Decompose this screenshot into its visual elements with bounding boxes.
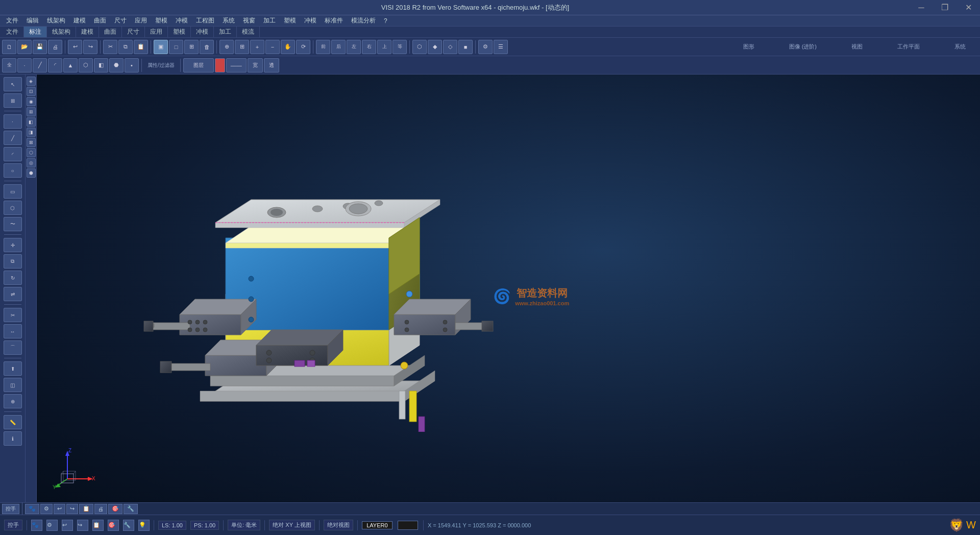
mirror-tool-button[interactable]: ⇌	[4, 287, 22, 301]
icon-btn4[interactable]: ↪	[66, 504, 78, 514]
sidebar2-btn8[interactable]: ⬡	[27, 148, 36, 157]
tab-file[interactable]: 文件	[1, 27, 24, 37]
print-button[interactable]: 🖨	[48, 40, 62, 54]
sidebar2-btn10[interactable]: ⬢	[27, 168, 36, 178]
menu-build[interactable]: 建模	[69, 15, 90, 26]
tab-machining[interactable]: 加工	[214, 27, 237, 37]
status-icon5[interactable]: 📋	[92, 520, 104, 531]
redo-button[interactable]: ↪	[83, 40, 97, 54]
status-icon8[interactable]: 💡	[138, 520, 150, 531]
close-button[interactable]: ✕	[957, 0, 980, 15]
move-tool-button[interactable]: ✛	[4, 238, 22, 252]
shaded-button[interactable]: ◆	[428, 40, 442, 54]
measure-tool-button[interactable]: 📏	[4, 415, 22, 429]
rectangle-tool-button[interactable]: ▭	[4, 184, 22, 199]
top-view-button[interactable]: 上	[377, 40, 391, 54]
select-all-button[interactable]: ▣	[154, 40, 168, 54]
info-tool-button[interactable]: ℹ	[4, 431, 22, 446]
menu-file[interactable]: 文件	[2, 15, 22, 26]
tab-build[interactable]: 建模	[76, 27, 99, 37]
status-icon2[interactable]: ⚙	[46, 520, 58, 531]
menu-mold[interactable]: 塑模	[151, 15, 172, 26]
tab-wireframe[interactable]: 线架构	[47, 27, 76, 37]
zoom-out-button[interactable]: −	[265, 40, 280, 54]
hidden-line-button[interactable]: ◇	[443, 40, 457, 54]
status-icon1[interactable]: 🐾	[31, 520, 42, 531]
boolean-tool-button[interactable]: ⊕	[4, 394, 22, 408]
sidebar2-btn7[interactable]: ⊠	[27, 138, 36, 147]
status-abs-view[interactable]: 绝对视图	[324, 520, 353, 530]
window-select-button[interactable]: ⊞	[4, 93, 22, 108]
cut-button[interactable]: ✂	[103, 40, 117, 54]
copy-button[interactable]: ⧉	[118, 40, 133, 54]
extend-tool-button[interactable]: ↔	[4, 324, 22, 338]
rotate-view-button[interactable]: ⟳	[296, 40, 310, 54]
right-view-button[interactable]: 右	[362, 40, 376, 54]
fillet-tool-button[interactable]: ⌒	[4, 341, 22, 355]
line-tool-button[interactable]: ╱	[4, 131, 22, 145]
viewport[interactable]: 🌀 智造资料网 www.zhizao001.com Z X Y	[37, 75, 980, 515]
menu-wireframe[interactable]: 线架构	[43, 15, 69, 26]
sidebar2-btn2[interactable]: ⊡	[27, 87, 36, 96]
menu-punch[interactable]: 冲模	[172, 15, 192, 26]
copy-tool-button[interactable]: ⧉	[4, 254, 22, 269]
tab-mold[interactable]: 塑模	[168, 27, 191, 37]
filter-all-button[interactable]: 全	[2, 58, 16, 72]
polygon-tool-button[interactable]: ⬡	[4, 201, 22, 215]
menu-surface[interactable]: 曲面	[90, 15, 110, 26]
solid-button[interactable]: ■	[458, 40, 473, 54]
spline-tool-button[interactable]: 〜	[4, 217, 22, 231]
transparency-button[interactable]: 透	[264, 58, 279, 72]
icon-btn6[interactable]: 🖨	[94, 504, 107, 514]
menu-mold2[interactable]: 塑模	[280, 15, 300, 26]
filter-arc-button[interactable]: ◜	[48, 58, 62, 72]
delete-button[interactable]: 🗑	[200, 40, 214, 54]
tab-apply[interactable]: 应用	[145, 27, 168, 37]
pan-button[interactable]: ✋	[281, 40, 295, 54]
shell-tool-button[interactable]: ◫	[4, 378, 22, 392]
circle-tool-button[interactable]: ○	[4, 163, 22, 178]
linewidth-button[interactable]: 宽	[248, 58, 263, 72]
filter-vertex-button[interactable]: •	[125, 58, 139, 72]
point-tool-button[interactable]: ·	[4, 114, 22, 129]
linetype-button[interactable]: ——	[226, 58, 247, 72]
zoom-in-button[interactable]: +	[250, 40, 264, 54]
tab-annotate[interactable]: 标注	[24, 27, 47, 37]
color-button[interactable]	[215, 58, 225, 72]
menu-system[interactable]: 系统	[218, 15, 239, 26]
iso-view-button[interactable]: 等	[393, 40, 407, 54]
status-icon3[interactable]: ↩	[62, 520, 73, 531]
filter-line-button[interactable]: ╱	[33, 58, 47, 72]
menu-punch2[interactable]: 冲模	[300, 15, 321, 26]
filter-face-button[interactable]: ◧	[94, 58, 108, 72]
new-button[interactable]: 🗋	[2, 40, 16, 54]
undo-button[interactable]: ↩	[68, 40, 82, 54]
open-button[interactable]: 📂	[17, 40, 32, 54]
menu-edit[interactable]: 编辑	[22, 15, 43, 26]
sidebar2-btn3[interactable]: ◉	[27, 97, 36, 106]
status-view-label[interactable]: 绝对 XY 上视图	[269, 520, 315, 530]
icon-btn5[interactable]: 📋	[79, 504, 93, 514]
settings-button[interactable]: ⚙	[478, 40, 493, 54]
restore-button[interactable]: ❐	[933, 0, 957, 15]
filter-solid-button[interactable]: ▲	[63, 58, 78, 72]
arc-tool-button[interactable]: ◜	[4, 147, 22, 161]
icon-btn8[interactable]: 🔧	[124, 504, 138, 514]
paste-button[interactable]: 📋	[134, 40, 148, 54]
filter-edge-button[interactable]: ⬣	[109, 58, 124, 72]
menu-help[interactable]: ?	[380, 16, 391, 26]
icon-btn2[interactable]: ⚙	[40, 504, 53, 514]
bottom-btn1[interactable]: 控手	[2, 504, 19, 514]
icon-btn3[interactable]: ↩	[54, 504, 65, 514]
left-view-button[interactable]: 左	[347, 40, 361, 54]
minimize-button[interactable]: ─	[910, 0, 933, 15]
status-color-swatch[interactable]	[398, 521, 418, 530]
menu-window[interactable]: 视窗	[239, 15, 259, 26]
properties-button[interactable]: ☰	[494, 40, 508, 54]
deselect-button[interactable]: □	[169, 40, 183, 54]
menu-apply[interactable]: 应用	[131, 15, 151, 26]
save-button[interactable]: 💾	[33, 40, 47, 54]
back-view-button[interactable]: 后	[331, 40, 346, 54]
filter-point-button[interactable]: ·	[17, 58, 32, 72]
invert-button[interactable]: ⊞	[184, 40, 199, 54]
